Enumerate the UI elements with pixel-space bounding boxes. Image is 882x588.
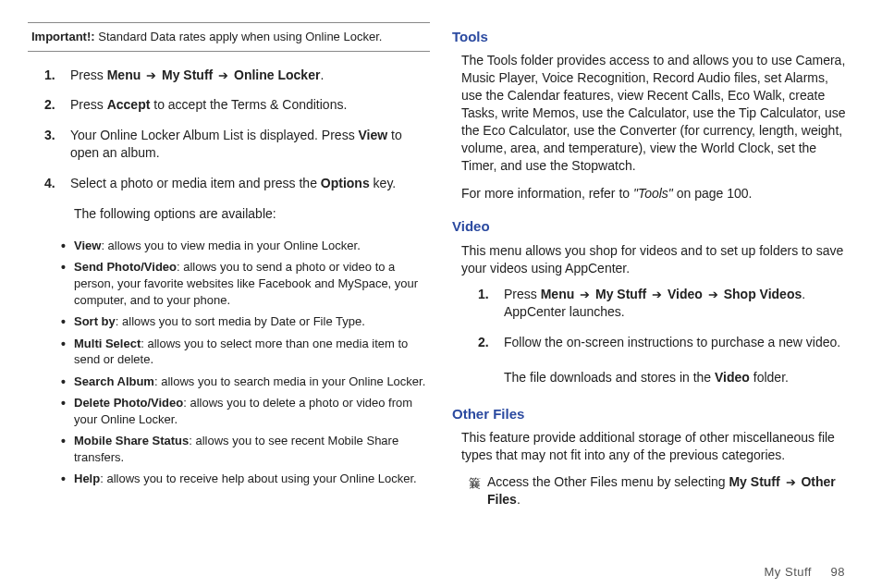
important-label: Important!: — [31, 30, 95, 43]
left-column: Important!: Standard Data rates apply wh… — [28, 22, 430, 579]
footer-page-number: 98 — [831, 565, 845, 579]
page-footer: My Stuff 98 — [765, 565, 845, 579]
option-share: Mobile Share Status: allows you to see r… — [61, 433, 430, 465]
manual-page: Important!: Standard Data rates apply wh… — [0, 0, 882, 588]
option-view: View: allows you to view media in your O… — [61, 238, 430, 254]
video-heading: Video — [452, 217, 854, 236]
options-list: View: allows you to view media in your O… — [61, 232, 430, 493]
option-multi: Multi Select: allows you to select more … — [61, 336, 430, 368]
arrow-icon: ➔ — [578, 288, 592, 301]
arrow-icon: ➔ — [784, 475, 798, 489]
video-step-2: 2. Follow the on-screen instructions to … — [478, 334, 854, 386]
tools-paragraph: The Tools folder provides access to and … — [461, 52, 851, 174]
right-column: Tools The Tools folder provides access t… — [452, 22, 854, 579]
option-send: Send Photo/Video: allows you to send a p… — [61, 259, 430, 308]
option-search: Search Album: allows you to search media… — [61, 374, 430, 390]
option-help: Help: allows you to receive help about u… — [61, 471, 430, 487]
video-step-1: 1. Press Menu ➔ My Stuff ➔ Video ➔ Shop … — [478, 286, 854, 321]
options-intro: The following options are available: — [74, 205, 430, 223]
footer-section: My Stuff — [765, 565, 812, 579]
video-steps: 1. Press Menu ➔ My Stuff ➔ Video ➔ Shop … — [478, 286, 854, 398]
option-delete: Delete Photo/Video: allows you to delete… — [61, 395, 430, 427]
arrow-icon: ➔ — [216, 68, 230, 82]
tools-heading: Tools — [452, 28, 854, 46]
other-heading: Other Files — [452, 405, 854, 423]
step-4: 4. Select a photo or media item and pres… — [44, 175, 430, 192]
triangle-icon: 䉴 — [469, 473, 487, 492]
other-paragraph: This feature provide additional storage … — [461, 429, 851, 464]
step-1: 1. Press Menu ➔ My Stuff ➔ Online Locker… — [44, 67, 430, 84]
arrow-icon: ➔ — [706, 288, 720, 301]
arrow-icon: ➔ — [144, 68, 158, 82]
other-access-line: 䉴 Access the Other Files menu by selecti… — [469, 473, 854, 508]
step-2: 2. Press Accept to accept the Terms & Co… — [44, 96, 430, 114]
option-sort: Sort by: allows you to sort media by Dat… — [61, 313, 430, 330]
video-paragraph: This menu allows you shop for videos and… — [461, 242, 851, 277]
important-note: Important!: Standard Data rates apply wh… — [28, 22, 430, 52]
arrow-icon: ➔ — [650, 288, 664, 301]
step-3: 3. Your Online Locker Album List is disp… — [44, 127, 430, 162]
tools-ref: For more information, refer to "Tools" o… — [461, 185, 851, 202]
important-text: Standard Data rates apply when using Onl… — [98, 30, 382, 43]
online-locker-steps: 1. Press Menu ➔ My Stuff ➔ Online Locker… — [44, 67, 430, 205]
